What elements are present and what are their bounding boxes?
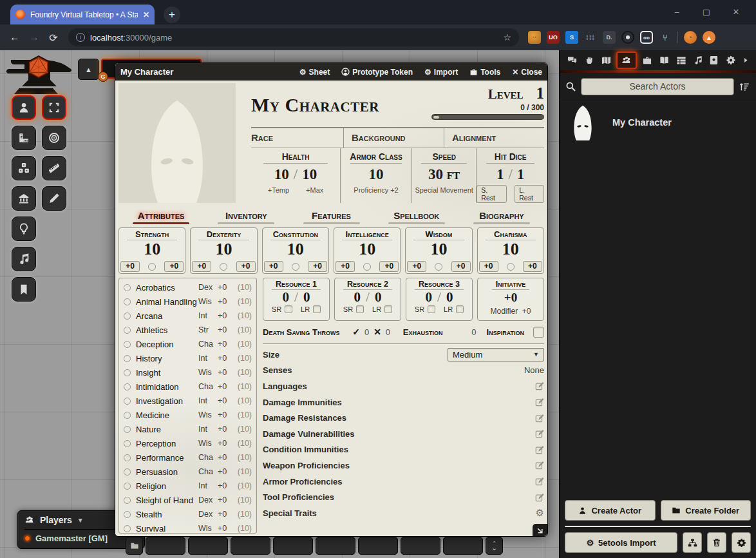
hd-max[interactable]: 1	[517, 166, 525, 183]
inspiration-checkbox[interactable]	[533, 327, 544, 338]
special-traits-gear-icon[interactable]: ⚙	[536, 507, 544, 519]
resource-max[interactable]: 0	[446, 290, 453, 305]
skill-proficiency-radio[interactable]	[124, 511, 131, 518]
skill-row[interactable]: Performance Cha +0 (10)	[124, 450, 252, 465]
skill-row[interactable]: Persuasion Cha +0 (10)	[124, 465, 252, 479]
special-traits-row[interactable]: Special Traits ⚙	[263, 505, 544, 521]
skill-row[interactable]: Deception Cha +0 (10)	[124, 337, 252, 351]
ruler-tool-button[interactable]	[42, 156, 66, 180]
module-settings-button[interactable]	[732, 532, 751, 553]
senses-row[interactable]: Senses None	[263, 363, 544, 379]
walls-tool-button[interactable]	[12, 186, 36, 211]
resource-max[interactable]: 0	[375, 290, 382, 305]
ability-save[interactable]: +0	[236, 261, 256, 272]
compendium-tab[interactable]	[707, 53, 721, 67]
save-proficiency-radio[interactable]	[363, 263, 371, 271]
ability-block[interactable]: Intelligence 10 +0 +0	[334, 227, 401, 274]
skill-name[interactable]: Stealth	[136, 510, 198, 519]
save-proficiency-radio[interactable]	[148, 263, 156, 271]
edit-icon[interactable]	[535, 414, 544, 423]
measure-tool-button[interactable]	[12, 126, 36, 150]
skill-proficiency-radio[interactable]	[124, 327, 131, 334]
character-sheet-window[interactable]: My Character ⚙Sheet Prototype Token ⚙Imp…	[115, 63, 548, 537]
actor-list-item[interactable]: My Character	[560, 101, 756, 144]
create-folder-button[interactable]: Create Folder	[661, 500, 751, 521]
speed-value[interactable]: 30 ft	[428, 166, 460, 183]
items-tab[interactable]	[640, 53, 654, 67]
skill-row[interactable]: Investigation Int +0 (10)	[124, 394, 252, 408]
trait-row[interactable]: Tool Proficiencies	[263, 489, 544, 505]
edit-icon[interactable]	[535, 429, 544, 438]
skill-name[interactable]: Sleight of Hand	[136, 495, 198, 505]
ext-d-icon[interactable]: D.	[603, 31, 616, 44]
close-sheet-button[interactable]: ✕Close	[512, 68, 542, 77]
url-bar[interactable]: i localhost:30000/game ☆	[68, 28, 519, 46]
edit-icon[interactable]	[535, 461, 544, 470]
macro-slot[interactable]	[273, 537, 313, 555]
ability-score[interactable]: 10	[119, 240, 185, 258]
sr-checkbox[interactable]	[428, 305, 435, 313]
tools-button[interactable]: Tools	[469, 68, 500, 77]
death-success-icon[interactable]: ✓	[352, 327, 360, 337]
skill-name[interactable]: Deception	[136, 340, 198, 349]
drawings-tool-button[interactable]	[42, 186, 66, 211]
save-proficiency-radio[interactable]	[435, 263, 442, 271]
skill-name[interactable]: Persuasion	[136, 467, 198, 477]
skill-row[interactable]: Perception Wis +0 (10)	[124, 436, 252, 450]
sheet-config-button[interactable]: ⚙Sheet	[299, 68, 330, 77]
save-proficiency-radio[interactable]	[507, 263, 515, 271]
prototype-token-button[interactable]: Prototype Token	[341, 68, 413, 77]
site-info-icon[interactable]: i	[76, 33, 85, 42]
edit-icon[interactable]	[535, 398, 544, 407]
trait-row[interactable]: Damage Immunities	[263, 394, 544, 410]
skill-name[interactable]: Medicine	[136, 410, 198, 420]
url-text[interactable]: localhost:30000/game	[90, 33, 498, 43]
ability-mod[interactable]: +0	[120, 261, 140, 272]
search-input[interactable]	[581, 78, 734, 95]
new-tab-button[interactable]: +	[164, 6, 180, 23]
delete-all-button[interactable]	[707, 532, 726, 553]
background-field[interactable]: Background	[343, 128, 444, 148]
skill-row[interactable]: Nature Int +0 (10)	[124, 422, 252, 436]
hp-current[interactable]: 10	[274, 166, 289, 183]
ext-s-icon[interactable]: S	[565, 31, 578, 44]
skill-proficiency-radio[interactable]	[124, 341, 131, 348]
edit-icon[interactable]	[535, 445, 544, 454]
tables-tab[interactable]	[674, 53, 688, 67]
tab-inventory[interactable]: Inventory	[203, 205, 288, 224]
edit-icon[interactable]	[535, 381, 544, 390]
settings-tab[interactable]	[724, 53, 738, 67]
skill-proficiency-radio[interactable]	[124, 355, 131, 362]
trait-row[interactable]: Languages	[263, 378, 544, 394]
macro-slot[interactable]	[443, 537, 483, 555]
skill-row[interactable]: Insight Wis +0 (10)	[124, 365, 252, 380]
skill-proficiency-radio[interactable]	[124, 284, 131, 291]
skill-row[interactable]: Religion Int +0 (10)	[124, 479, 252, 493]
save-proficiency-radio[interactable]	[292, 263, 299, 271]
skill-proficiency-radio[interactable]	[124, 483, 131, 490]
scenes-tab[interactable]	[599, 53, 614, 67]
journal-tab[interactable]	[657, 53, 672, 67]
sidebar-collapse-button[interactable]	[741, 54, 751, 66]
save-proficiency-radio[interactable]	[220, 263, 227, 271]
sr-checkbox[interactable]	[356, 305, 364, 313]
skill-name[interactable]: Intimidation	[136, 382, 198, 392]
back-icon[interactable]: ←	[6, 32, 23, 43]
trait-row[interactable]: Weapon Proficiencies	[263, 457, 544, 474]
tab-attributes[interactable]: Attributes	[118, 205, 203, 224]
skill-name[interactable]: Survival	[136, 524, 198, 534]
size-select[interactable]: Medium▼	[448, 348, 544, 361]
lr-checkbox[interactable]	[384, 305, 392, 313]
ability-mod[interactable]: +0	[407, 261, 426, 272]
sounds-tool-button[interactable]	[12, 247, 36, 271]
window-minimize-button[interactable]: –	[662, 7, 692, 17]
ability-score[interactable]: 10	[263, 240, 328, 258]
ability-block[interactable]: Charisma 10 +0 +0	[477, 227, 544, 274]
skill-name[interactable]: Insight	[136, 368, 198, 378]
tab-biography[interactable]: Biography	[459, 205, 544, 224]
lr-checkbox[interactable]	[456, 305, 464, 313]
ability-save[interactable]: +0	[379, 261, 399, 272]
bookmark-star-icon[interactable]: ☆	[503, 32, 511, 43]
tab-features[interactable]: Features	[288, 205, 373, 224]
ability-mod[interactable]: +0	[264, 261, 283, 272]
